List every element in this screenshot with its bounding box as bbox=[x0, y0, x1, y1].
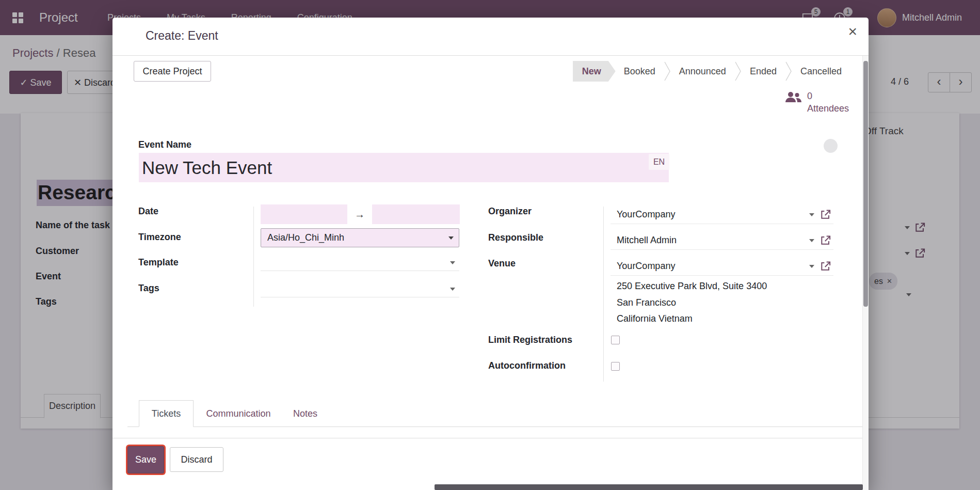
event-name-input[interactable] bbox=[139, 153, 669, 182]
attendees-label: Attendees bbox=[807, 102, 849, 115]
external-link-icon[interactable] bbox=[820, 260, 831, 272]
select-chevron-icon bbox=[448, 236, 454, 242]
event-name-label: Event Name bbox=[138, 139, 191, 150]
timezone-label: Timezone bbox=[138, 232, 181, 243]
external-link-icon[interactable] bbox=[820, 234, 831, 246]
attendees-stat-button[interactable]: 0 Attendees bbox=[784, 90, 849, 115]
modal-close-icon[interactable]: × bbox=[848, 23, 857, 40]
dropdown-caret-icon[interactable] bbox=[450, 261, 455, 267]
tab-communication[interactable]: Communication bbox=[194, 400, 283, 427]
autoconfirmation-checkbox[interactable] bbox=[611, 362, 620, 371]
responsible-field[interactable]: Mitchell Admin bbox=[611, 231, 833, 250]
create-event-modal: Create: Event × Create Project New Booke… bbox=[113, 18, 869, 490]
attendees-count: 0 bbox=[807, 90, 849, 102]
venue-label: Venue bbox=[488, 258, 516, 269]
date-label: Date bbox=[138, 206, 158, 217]
tags-field[interactable] bbox=[261, 281, 459, 297]
limit-registrations-checkbox[interactable] bbox=[611, 336, 620, 344]
template-label: Template bbox=[138, 257, 179, 268]
attendees-icon bbox=[784, 90, 802, 104]
image-placeholder-circle[interactable] bbox=[824, 139, 838, 153]
modal-vertical-scrollbar-track[interactable] bbox=[862, 56, 869, 490]
modal-horizontal-scrollbar-thumb[interactable] bbox=[435, 484, 863, 490]
venue-field[interactable]: YourCompany bbox=[611, 257, 833, 276]
timezone-select[interactable]: Asia/Ho_Chi_Minh bbox=[261, 228, 459, 247]
address-line: San Francisco bbox=[617, 295, 767, 311]
stage-ended[interactable]: Ended bbox=[742, 61, 785, 82]
date-start-input[interactable] bbox=[261, 204, 347, 224]
dropdown-caret-icon[interactable] bbox=[809, 213, 814, 219]
dropdown-caret-icon[interactable] bbox=[809, 239, 814, 245]
template-field[interactable] bbox=[261, 255, 459, 271]
date-end-input[interactable] bbox=[372, 204, 460, 224]
limit-registrations-label: Limit Registrations bbox=[488, 335, 572, 345]
event-statusbar: New Booked Announced Ended Cancelled bbox=[573, 61, 850, 82]
dropdown-caret-icon[interactable] bbox=[809, 265, 814, 271]
tab-notes[interactable]: Notes bbox=[283, 400, 327, 427]
stage-cancelled[interactable]: Cancelled bbox=[792, 61, 850, 82]
venue-address: 250 Executive Park Blvd, Suite 3400 San … bbox=[617, 278, 767, 327]
tab-tickets[interactable]: Tickets bbox=[139, 400, 194, 427]
stage-separator-icon bbox=[785, 61, 792, 82]
dropdown-caret-icon[interactable] bbox=[450, 288, 455, 293]
address-line: California Vietnam bbox=[617, 311, 767, 327]
organizer-label: Organizer bbox=[488, 206, 532, 217]
discard-button[interactable]: Discard bbox=[170, 447, 223, 472]
screen: Project Projects My Tasks Reporting Conf… bbox=[0, 0, 980, 490]
create-project-button[interactable]: Create Project bbox=[134, 61, 211, 82]
save-button[interactable]: Save bbox=[127, 446, 164, 473]
external-link-icon[interactable] bbox=[820, 209, 831, 220]
autoconfirmation-label: Autoconfirmation bbox=[488, 360, 566, 371]
date-range-arrow-icon: → bbox=[347, 204, 372, 224]
header-divider bbox=[113, 55, 869, 56]
stage-separator-icon bbox=[734, 61, 742, 82]
tags-label: Tags bbox=[138, 283, 159, 294]
modal-title: Create: Event bbox=[146, 29, 218, 43]
address-line: 250 Executive Park Blvd, Suite 3400 bbox=[617, 278, 767, 295]
responsible-label: Responsible bbox=[488, 232, 543, 243]
modal-tabs: Tickets Communication Notes bbox=[139, 400, 327, 427]
right-group-separator bbox=[603, 207, 604, 382]
stage-separator-icon bbox=[664, 61, 671, 82]
stage-new[interactable]: New bbox=[573, 61, 616, 82]
organizer-field[interactable]: YourCompany bbox=[611, 206, 833, 224]
footer-divider bbox=[113, 438, 869, 438]
stage-announced[interactable]: Announced bbox=[671, 61, 734, 82]
stage-booked[interactable]: Booked bbox=[616, 61, 664, 82]
modal-vertical-scrollbar-thumb[interactable] bbox=[863, 61, 868, 307]
left-group-separator bbox=[253, 207, 254, 307]
language-badge[interactable]: EN bbox=[649, 154, 669, 170]
